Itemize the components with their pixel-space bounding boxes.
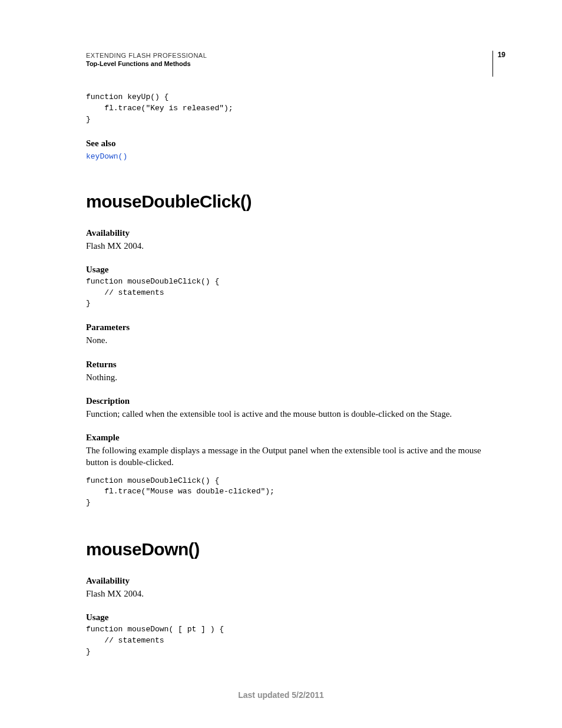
see-also-label: See also <box>86 139 498 149</box>
parameters-label: Parameters <box>86 322 498 332</box>
availability-text-2: Flash MX 2004. <box>86 588 498 599</box>
example-label: Example <box>86 433 498 443</box>
running-subtitle: Top-Level Functions and Methods <box>86 60 498 67</box>
returns-section: Returns Nothing. <box>86 360 498 383</box>
description-text: Function; called when the extensible too… <box>86 408 498 420</box>
usage-section: Usage function mouseDoubleClick() { // s… <box>86 265 498 310</box>
availability-section-2: Availability Flash MX 2004. <box>86 576 498 599</box>
see-also-section: See also keyDown() <box>86 139 498 161</box>
example-text: The following example displays a message… <box>86 444 498 469</box>
parameters-text: None. <box>86 334 498 346</box>
example-section: Example The following example displays a… <box>86 433 498 509</box>
usage-label: Usage <box>86 265 498 275</box>
returns-text: Nothing. <box>86 371 498 383</box>
function-title-mousedoubleclick: mouseDoubleClick() <box>86 192 498 212</box>
code-block-example1: function mouseDoubleClick() { fl.trace("… <box>86 476 498 509</box>
parameters-section: Parameters None. <box>86 322 498 346</box>
code-block-usage2: function mouseDown( [ pt ] ) { // statem… <box>86 624 498 658</box>
code-block-keyup: function keyUp() { fl.trace("Key is rele… <box>86 92 498 126</box>
page-number: 19 <box>492 51 505 77</box>
description-label: Description <box>86 396 498 406</box>
availability-label-2: Availability <box>86 576 498 586</box>
see-also-link[interactable]: keyDown() <box>86 152 127 161</box>
page-content: EXTENDING FLASH PROFESSIONAL Top-Level F… <box>0 0 562 658</box>
description-section: Description Function; called when the ex… <box>86 396 498 420</box>
availability-section: Availability Flash MX 2004. <box>86 228 498 252</box>
function-title-mousedown: mouseDown() <box>86 539 498 559</box>
usage-section-2: Usage function mouseDown( [ pt ] ) { // … <box>86 612 498 658</box>
availability-text: Flash MX 2004. <box>86 240 498 252</box>
returns-label: Returns <box>86 360 498 370</box>
availability-label: Availability <box>86 228 498 238</box>
usage-label-2: Usage <box>86 612 498 622</box>
footer-updated: Last updated 5/2/2011 <box>0 690 562 700</box>
code-block-usage1: function mouseDoubleClick() { // stateme… <box>86 276 498 310</box>
running-header: EXTENDING FLASH PROFESSIONAL <box>86 52 498 59</box>
